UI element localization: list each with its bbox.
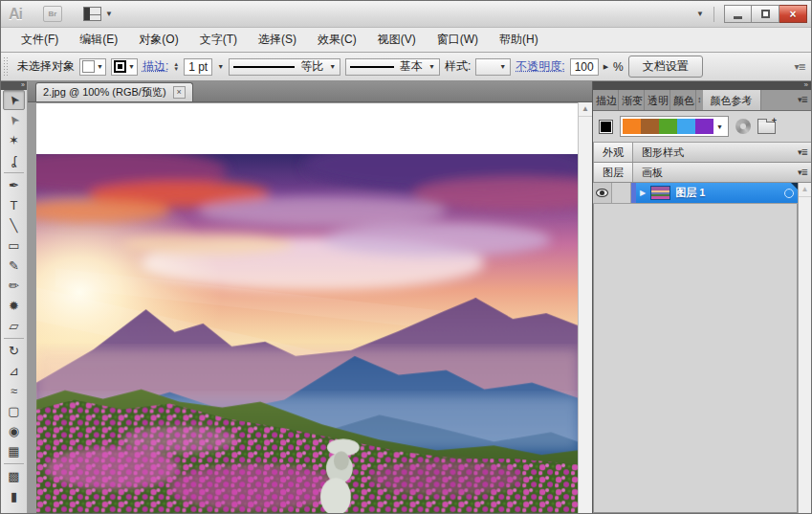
brush-preview: [350, 66, 394, 68]
menu-type[interactable]: 文字(T): [189, 29, 248, 51]
chevron-down-icon: ▼: [329, 63, 336, 70]
tools-panel: » ➤ ➤ ✶ ʆ ✒ T ╲ ▭ ✎ ✏ ✹ ▱ ↻ ⊿ ≈ ▢ ◉ ▦ ▩ …: [1, 81, 28, 513]
menu-view[interactable]: 视图(V): [367, 29, 427, 51]
blob-brush-tool[interactable]: ✹: [1, 296, 27, 316]
harmony-swatch[interactable]: [677, 119, 695, 134]
chevron-down-icon[interactable]: ▼: [713, 123, 726, 130]
opacity-field[interactable]: 100: [570, 58, 599, 76]
layers-scrollbar[interactable]: ▲: [799, 183, 811, 513]
layer-lock-toggle[interactable]: [612, 183, 631, 203]
menu-file[interactable]: 文件(F): [11, 29, 69, 51]
bridge-button[interactable]: Br: [43, 6, 62, 22]
canvas[interactable]: ▲: [28, 102, 592, 513]
panel-menu-icon[interactable]: ▾≣: [794, 163, 811, 182]
stroke-weight-stepper[interactable]: ▲▼: [173, 62, 179, 72]
pen-tool[interactable]: ✒: [1, 175, 27, 195]
tab-graphic-styles[interactable]: 图形样式: [633, 143, 692, 162]
restore-button[interactable]: [752, 5, 779, 23]
chevron-right-icon[interactable]: ▶: [604, 63, 608, 71]
close-button[interactable]: ×: [779, 5, 807, 23]
type-tool[interactable]: T: [1, 195, 27, 215]
menu-edit[interactable]: 编辑(E): [69, 29, 128, 51]
artboard-white-area[interactable]: [36, 103, 578, 154]
scale-tool[interactable]: ⊿: [1, 361, 27, 381]
style-dropdown[interactable]: ▼: [475, 58, 511, 76]
layer-name[interactable]: 图层 1: [675, 186, 705, 200]
tab-layers[interactable]: 图层: [593, 163, 633, 182]
tab-transparency[interactable]: 透明: [645, 90, 670, 110]
chevron-down-icon[interactable]: ▼: [217, 63, 224, 70]
scroll-up-arrow-icon[interactable]: ▲: [579, 102, 592, 117]
harmony-swatch[interactable]: [659, 119, 677, 134]
tab-appearance[interactable]: 外观: [593, 143, 633, 162]
eraser-tool[interactable]: ▱: [1, 316, 27, 336]
edit-colors-icon[interactable]: [735, 119, 751, 134]
gradient-tool[interactable]: ▮: [1, 486, 27, 506]
scroll-up-arrow-icon[interactable]: ▲: [799, 183, 811, 197]
layer-target-icon[interactable]: [784, 189, 794, 198]
width-profile-dropdown[interactable]: 等比 ▼: [229, 58, 340, 76]
menu-select[interactable]: 选择(S): [248, 29, 307, 51]
harmony-swatch[interactable]: [641, 119, 659, 134]
line-segment-tool[interactable]: ╲: [1, 215, 27, 235]
layers-panel-body: [593, 204, 798, 513]
layer-visibility-toggle[interactable]: [593, 183, 612, 203]
shape-builder-tool[interactable]: ◉: [1, 421, 27, 441]
document-tab[interactable]: 2.jpg @ 100% (RGB/预览) ×: [35, 82, 193, 101]
harmony-swatch[interactable]: [695, 119, 713, 134]
toolbar-collapse-icon[interactable]: »: [1, 81, 27, 90]
document-setup-button[interactable]: 文档设置: [628, 56, 703, 78]
base-color-swatch[interactable]: [599, 120, 613, 134]
illustrator-window: Ai Br ▼ ▼ × 文件(F) 编辑(E) 对象(O) 文字(T) 选择(S…: [0, 0, 812, 514]
brush-definition-dropdown[interactable]: 基本 ▼: [345, 58, 440, 76]
tab-color-guide[interactable]: 颜色参考: [703, 90, 761, 110]
paintbrush-tool[interactable]: ✎: [1, 256, 27, 276]
landscape-photo: [36, 154, 578, 513]
harmony-swatch[interactable]: [623, 119, 641, 134]
tab-color[interactable]: 颜色: [670, 90, 696, 110]
title-menu-caret-icon[interactable]: ▼: [696, 10, 704, 18]
panel-menu-icon[interactable]: ▾≣: [794, 143, 811, 162]
close-icon[interactable]: ×: [173, 86, 186, 99]
pencil-tool[interactable]: ✏: [1, 276, 27, 296]
direct-selection-tool[interactable]: ➤: [1, 110, 27, 130]
new-color-group-icon[interactable]: [757, 122, 776, 134]
menu-window[interactable]: 窗口(W): [427, 29, 489, 51]
eye-icon: [596, 189, 608, 197]
magic-wand-tool[interactable]: ✶: [1, 130, 27, 150]
tab-artboards[interactable]: 画板: [633, 163, 671, 182]
workspace-switcher[interactable]: ▼: [83, 7, 113, 21]
harmony-colors-strip[interactable]: ▼: [620, 116, 729, 137]
menu-effect[interactable]: 效果(C): [307, 29, 367, 51]
rotate-tool[interactable]: ↻: [1, 341, 27, 361]
stroke-panel-link[interactable]: 描边:: [143, 58, 168, 75]
disclosure-triangle-icon[interactable]: ▶: [640, 189, 646, 197]
layer-row[interactable]: ▶ 图层 1: [593, 183, 798, 204]
lasso-tool[interactable]: ʆ: [1, 150, 27, 170]
selection-tool[interactable]: ➤: [3, 90, 25, 110]
stroke-weight-field[interactable]: 1 pt: [184, 58, 212, 76]
menu-object[interactable]: 对象(O): [128, 29, 188, 51]
fill-color-dropdown[interactable]: ▼: [79, 58, 106, 76]
appearance-panel-header: 外观 图形样式 ▾≣: [593, 143, 811, 163]
free-transform-tool[interactable]: ▢: [1, 401, 27, 421]
tab-gradient[interactable]: 渐变: [619, 90, 645, 110]
rectangle-tool[interactable]: ▭: [1, 235, 27, 256]
dock-collapse-icon[interactable]: »: [593, 81, 811, 90]
mesh-tool[interactable]: ▩: [1, 466, 27, 486]
canvas-image[interactable]: [36, 154, 578, 513]
profile-label: 等比: [300, 58, 323, 75]
layer-selected-area[interactable]: ▶ 图层 1: [636, 183, 798, 203]
panel-menu-icon[interactable]: ▾≣: [794, 90, 811, 110]
tab-stroke[interactable]: 描边: [593, 90, 619, 110]
panel-grip[interactable]: [3, 56, 9, 78]
opacity-link[interactable]: 不透明度:: [516, 58, 564, 75]
width-tool[interactable]: ≈: [1, 381, 27, 401]
minimize-button[interactable]: [724, 5, 752, 23]
perspective-grid-tool[interactable]: ▦: [1, 441, 27, 461]
canvas-vertical-scrollbar[interactable]: ▲: [578, 102, 592, 513]
menu-help[interactable]: 帮助(H): [489, 29, 549, 51]
stroke-color-dropdown[interactable]: ▼: [111, 58, 138, 76]
control-panel-menu-icon[interactable]: ▾≣: [795, 61, 805, 72]
selection-status: 未选择对象: [17, 58, 75, 75]
